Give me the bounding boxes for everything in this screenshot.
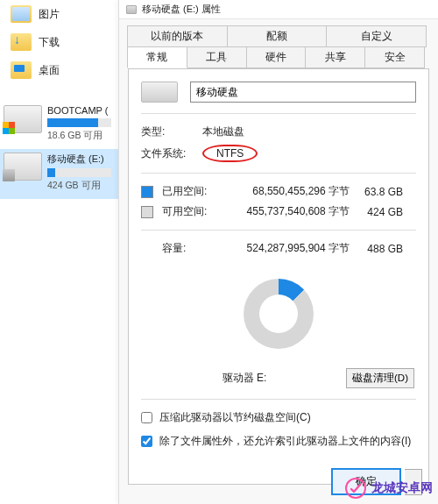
type-value: 本地磁盘 (202, 124, 244, 139)
divider (141, 399, 416, 400)
drive-icon (126, 5, 137, 14)
dialog-tabs: 以前的版本 配额 自定义 常规 工具 硬件 共享 安全 (119, 19, 438, 68)
properties-dialog: 移动硬盘 (E:) 属性 以前的版本 配额 自定义 常规 工具 硬件 共享 安全… (118, 0, 438, 504)
drive-item-bootcamp[interactable]: BOOTCAMP ( 18.6 GB 可用 (0, 102, 118, 149)
tab-customize[interactable]: 自定义 (326, 25, 427, 47)
compress-checkbox[interactable] (141, 412, 152, 423)
drive-free-text: 424 GB 可用 (47, 180, 115, 192)
usage-donut-icon (244, 279, 314, 349)
drive-info: BOOTCAMP ( 18.6 GB 可用 (47, 105, 115, 142)
capacity-row: 容量: 524,287,995,904 字节 488 GB (141, 241, 416, 256)
free-human: 424 GB (355, 206, 403, 218)
volume-name-input[interactable] (190, 82, 416, 103)
index-checkbox[interactable] (141, 436, 152, 447)
filesystem-row: 文件系统: NTFS (141, 145, 416, 162)
drive-usage-fill (47, 168, 55, 177)
nav-item-pictures[interactable]: 图片 (0, 0, 118, 28)
nav-label: 桌面 (39, 63, 60, 78)
used-human: 63.8 GB (355, 186, 403, 198)
drive-usage-bar (47, 168, 111, 177)
used-label: 已用空间: (162, 184, 223, 199)
below-donut-row: 驱动器 E: 磁盘清理(D) (143, 368, 414, 388)
drive-caption: 驱动器 E: (143, 371, 346, 386)
explorer-sidebar: 图片 下载 桌面 BOOTCAMP ( 18.6 GB 可用 移动硬盘 (E:)… (0, 0, 118, 504)
used-bytes: 68,550,455,296 字节 (223, 184, 355, 199)
compress-label: 压缩此驱动器以节约磁盘空间(C) (159, 410, 311, 425)
tab-security[interactable]: 安全 (364, 46, 425, 68)
free-space-row: 可用空间: 455,737,540,608 字节 424 GB (141, 204, 416, 219)
tab-panel-general: 类型: 本地磁盘 文件系统: NTFS 已用空间: 68,550,455,296… (128, 68, 429, 485)
fs-label: 文件系统: (141, 146, 202, 161)
tab-sharing[interactable]: 共享 (305, 46, 365, 68)
index-label: 除了文件属性外，还允许索引此驱动器上文件的内容(I) (159, 434, 411, 449)
volume-row (141, 82, 416, 103)
type-row: 类型: 本地磁盘 (141, 124, 416, 139)
fs-value-highlight: NTFS (202, 145, 258, 162)
tab-general[interactable]: 常规 (127, 46, 187, 68)
used-space-row: 已用空间: 68,550,455,296 字节 63.8 GB (141, 184, 416, 199)
drive-name: BOOTCAMP ( (47, 105, 115, 116)
desktop-icon (11, 61, 32, 79)
divider (141, 173, 416, 174)
pictures-icon (11, 5, 32, 23)
drive-icon (141, 82, 178, 103)
tab-hardware[interactable]: 硬件 (246, 46, 307, 68)
drive-list: BOOTCAMP ( 18.6 GB 可用 移动硬盘 (E:) 424 GB 可… (0, 102, 118, 199)
watermark: 龙城安卓网 (345, 478, 433, 499)
index-checkbox-row[interactable]: 除了文件属性外，还允许索引此驱动器上文件的内容(I) (141, 434, 416, 449)
downloads-icon (11, 33, 32, 51)
free-label: 可用空间: (162, 204, 223, 219)
tab-quota[interactable]: 配额 (227, 25, 328, 47)
watermark-logo-icon (345, 478, 366, 499)
cap-label: 容量: (162, 241, 223, 256)
nav-label: 下载 (39, 35, 60, 50)
dialog-titlebar[interactable]: 移动硬盘 (E:) 属性 (119, 0, 438, 19)
usage-chart (141, 261, 416, 366)
cap-human: 488 GB (355, 243, 403, 255)
nav-item-desktop[interactable]: 桌面 (0, 56, 118, 84)
cap-bytes: 524,287,995,904 字节 (223, 241, 355, 256)
divider (141, 230, 416, 231)
watermark-text: 龙城安卓网 (371, 480, 433, 496)
tab-previous-versions[interactable]: 以前的版本 (127, 25, 228, 47)
drive-icon (4, 153, 42, 181)
free-bytes: 455,737,540,608 字节 (223, 204, 355, 219)
drive-name: 移动硬盘 (E:) (47, 153, 115, 166)
drive-usage-bar (47, 118, 111, 127)
nav-item-downloads[interactable]: 下载 (0, 28, 118, 56)
drive-usage-fill (47, 118, 98, 127)
drive-free-text: 18.6 GB 可用 (47, 130, 115, 142)
tab-tools[interactable]: 工具 (187, 46, 247, 68)
drive-info: 移动硬盘 (E:) 424 GB 可用 (47, 153, 115, 192)
legend-free-icon (141, 206, 153, 218)
drive-item-removable[interactable]: 移动硬盘 (E:) 424 GB 可用 (0, 149, 118, 199)
drive-icon (4, 105, 42, 133)
fs-value: NTFS (202, 145, 258, 162)
disk-cleanup-button[interactable]: 磁盘清理(D) (346, 368, 414, 388)
compress-checkbox-row[interactable]: 压缩此驱动器以节约磁盘空间(C) (141, 410, 416, 425)
legend-used-icon (141, 186, 153, 198)
type-label: 类型: (141, 124, 202, 139)
space-rows: 已用空间: 68,550,455,296 字节 63.8 GB 可用空间: 45… (141, 184, 416, 219)
divider (141, 113, 416, 114)
nav-label: 图片 (39, 7, 60, 22)
dialog-title: 移动硬盘 (E:) 属性 (142, 3, 221, 16)
